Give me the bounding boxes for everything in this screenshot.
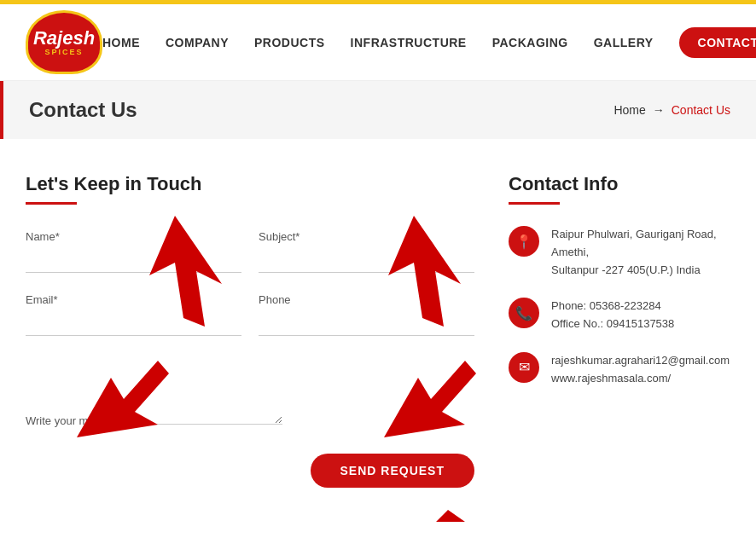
main-content: Let's Keep in Touch Name*: [0, 139, 756, 522]
logo-sub: SPICES: [44, 48, 83, 56]
logo-brand: Rajesh: [33, 29, 95, 48]
email-icon: ✉: [509, 352, 539, 383]
breadcrumb-section: Contact Us Home → Contact Us: [0, 81, 756, 139]
breadcrumb-arrow: →: [653, 103, 665, 117]
info-item-address: 📍 Raipur Phulwari, Gauriganj Road, Ameth…: [509, 226, 730, 279]
form-group-message: Write your message: [26, 356, 474, 428]
subject-label: Subject*: [259, 230, 474, 243]
breadcrumb-home[interactable]: Home: [614, 103, 645, 117]
subject-input[interactable]: [259, 248, 474, 273]
email-label: Email*: [26, 293, 241, 306]
nav-contact-button[interactable]: CONTACT: [679, 27, 756, 58]
nav-home[interactable]: HOME: [102, 36, 140, 49]
contact-form-section: Let's Keep in Touch Name*: [26, 173, 474, 488]
contact-form: Name* Subject* Email* Phone: [26, 230, 474, 428]
name-input[interactable]: [26, 248, 241, 273]
nav-infrastructure[interactable]: INFRASTRUCTURE: [351, 36, 467, 49]
info-item-email: ✉ rajeshkumar.agrahari12@gmail.com www.r…: [509, 352, 730, 388]
name-label: Name*: [26, 230, 241, 243]
info-item-phone: 📞 Phone: 05368-223284 Office No.: 094151…: [509, 298, 730, 333]
form-title-underline: [26, 202, 77, 205]
page-title: Contact Us: [29, 98, 137, 122]
contact-info-section: Contact Info 📍 Raipur Phulwari, Gaurigan…: [509, 173, 730, 488]
breadcrumb: Home → Contact Us: [614, 103, 730, 117]
nav-packaging[interactable]: PACKAGING: [492, 36, 568, 49]
logo-circle: Rajesh SPICES: [26, 10, 102, 74]
nav-company[interactable]: COMPANY: [166, 36, 229, 49]
breadcrumb-current: Contact Us: [672, 103, 730, 117]
message-textarea[interactable]: [128, 356, 282, 425]
header: Rajesh SPICES HOME COMPANY PRODUCTS INFR…: [0, 4, 756, 81]
send-request-button[interactable]: SEND REQUEST: [311, 454, 474, 488]
nav-gallery[interactable]: GALLERY: [594, 36, 654, 49]
nav: HOME COMPANY PRODUCTS INFRASTRUCTURE PAC…: [102, 27, 756, 58]
address-text: Raipur Phulwari, Gauriganj Road, Amethi,…: [551, 226, 730, 279]
form-row-2: Email* Phone: [26, 293, 474, 336]
info-title-underline: [509, 202, 560, 205]
email-input[interactable]: [26, 311, 241, 336]
logo: Rajesh SPICES: [26, 10, 102, 74]
contact-info-title: Contact Info: [509, 173, 730, 195]
message-label: Write your message: [26, 414, 124, 427]
nav-products[interactable]: PRODUCTS: [254, 36, 325, 49]
svg-marker-5: [435, 510, 520, 522]
location-icon: 📍: [509, 226, 539, 257]
phone-icon: 📞: [509, 298, 539, 328]
form-group-subject: Subject*: [259, 230, 474, 273]
email-text: rajeshkumar.agrahari12@gmail.com www.raj…: [551, 352, 730, 388]
form-group-name: Name*: [26, 230, 241, 273]
form-group-phone: Phone: [259, 293, 474, 336]
form-title: Let's Keep in Touch: [26, 173, 474, 195]
phone-input[interactable]: [259, 311, 474, 336]
logo-wrap: Rajesh SPICES: [26, 10, 102, 74]
phone-label: Phone: [259, 293, 474, 306]
phone-text: Phone: 05368-223284 Office No.: 09415137…: [551, 298, 674, 333]
form-group-email: Email*: [26, 293, 241, 336]
form-row-1: Name* Subject*: [26, 230, 474, 273]
